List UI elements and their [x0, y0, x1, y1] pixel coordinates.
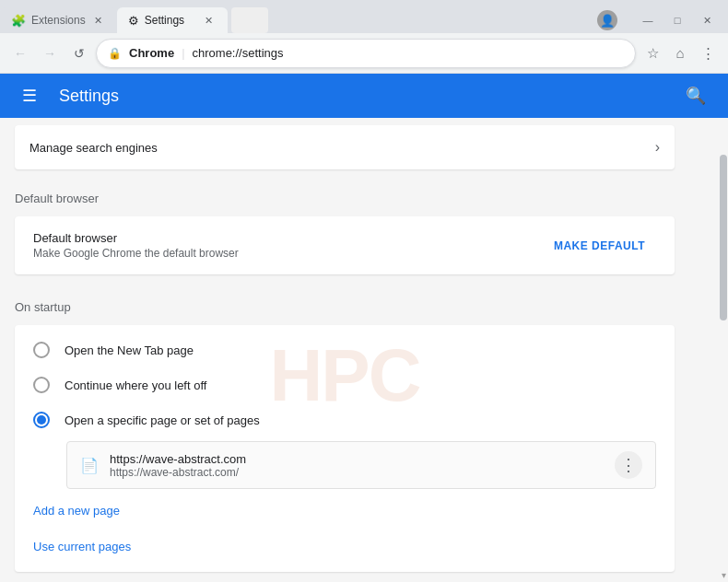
url-bar[interactable]: 🔒 Chrome | chrome://settings: [96, 39, 636, 68]
titlebar: 🧩 Extensions ✕ ⚙ Settings ✕ 👤 — □ ✕: [0, 0, 728, 33]
use-current-pages-link[interactable]: Use current pages: [15, 529, 675, 565]
extensions-tab-icon: 🧩: [11, 14, 26, 28]
manage-search-engines-row[interactable]: Manage search engines ›: [15, 125, 675, 169]
tab-extensions[interactable]: 🧩 Extensions ✕: [0, 7, 117, 33]
startup-continue-label: Continue where you left off: [65, 378, 206, 392]
maximize-button[interactable]: □: [671, 14, 684, 27]
addressbar-right: ☆ ⌂ ⋮: [640, 41, 721, 66]
scrollbar-track[interactable]: ▾: [719, 118, 728, 582]
radio-specific: [33, 412, 50, 428]
close-button[interactable]: ✕: [700, 14, 713, 27]
star-button[interactable]: ☆: [640, 41, 665, 66]
settings-tab-label: Settings: [145, 14, 196, 27]
url-separator: |: [182, 46, 184, 60]
profile-avatar: 👤: [600, 14, 615, 28]
manage-search-engines-arrow: ›: [655, 139, 660, 156]
home-icon: ⌂: [675, 45, 684, 61]
default-browser-subtitle: Make Google Chrome the default browser: [33, 247, 239, 260]
more-icon: ⋮: [701, 45, 715, 62]
page-entry-file-icon: 📄: [80, 457, 99, 474]
startup-card: Open the New Tab page Continue where you…: [15, 325, 675, 572]
scrollbar: ▾: [719, 118, 728, 582]
url-text[interactable]: chrome://settings: [193, 46, 624, 60]
on-startup-heading: On startup: [15, 285, 675, 321]
tabs-area: 🧩 Extensions ✕ ⚙ Settings ✕: [0, 0, 590, 33]
startup-new-tab-label: Open the New Tab page: [65, 343, 194, 357]
radio-continue: [33, 377, 50, 393]
advanced-row[interactable]: Advanced ▾: [15, 576, 675, 582]
default-browser-card: Default browser Make Google Chrome the d…: [15, 216, 675, 274]
window-controls: 👤 — □ ✕: [590, 0, 728, 33]
radio-new-tab: [33, 342, 50, 358]
tab-settings[interactable]: ⚙ Settings ✕: [117, 7, 228, 33]
star-icon: ☆: [647, 45, 659, 62]
page-entry-more-button[interactable]: ⋮: [615, 451, 642, 479]
settings-content: HPC Manage search engines › Default brow…: [0, 125, 689, 582]
page-entry: 📄 https://wave-abstract.com https://wave…: [66, 441, 656, 489]
startup-option-specific[interactable]: Open a specific page or set of pages: [15, 402, 675, 437]
manage-search-engines-label: Manage search engines: [29, 141, 158, 155]
back-icon: ←: [14, 46, 27, 61]
add-new-page-link[interactable]: Add a new page: [15, 493, 675, 529]
page-entry-url1: https://wave-abstract.com: [110, 452, 604, 466]
extensions-tab-label: Extensions: [31, 14, 86, 27]
refresh-icon: ↺: [74, 46, 85, 61]
make-default-button[interactable]: MAKE DEFAULT: [543, 232, 656, 260]
browser-window: 🧩 Extensions ✕ ⚙ Settings ✕ 👤 — □ ✕: [0, 0, 728, 582]
lock-icon: 🔒: [108, 47, 122, 60]
extensions-tab-close[interactable]: ✕: [91, 13, 106, 28]
startup-option-new-tab[interactable]: Open the New Tab page: [15, 332, 675, 367]
chrome-label: Chrome: [129, 46, 174, 60]
settings-title: Settings: [59, 87, 663, 106]
page-entry-more-icon: ⋮: [620, 455, 637, 475]
home-button[interactable]: ⌂: [667, 41, 693, 66]
content-area: HPC Manage search engines › Default brow…: [0, 118, 728, 582]
settings-main: HPC Manage search engines › Default brow…: [0, 118, 719, 582]
default-browser-title: Default browser: [33, 231, 239, 245]
addressbar: ← → ↺ 🔒 Chrome | chrome://settings ☆ ⌂ ⋮: [0, 33, 728, 74]
scrollbar-thumb[interactable]: [720, 155, 727, 320]
new-tab-area: [231, 7, 268, 33]
minimize-button[interactable]: —: [641, 14, 654, 27]
menu-icon[interactable]: ☰: [15, 78, 44, 113]
refresh-button[interactable]: ↺: [66, 41, 92, 66]
more-button[interactable]: ⋮: [695, 41, 721, 66]
page-entry-text: https://wave-abstract.com https://wave-a…: [110, 452, 604, 479]
header-search-icon[interactable]: 🔍: [678, 78, 713, 113]
settings-tab-close[interactable]: ✕: [202, 13, 217, 28]
settings-header: ☰ Settings 🔍: [0, 74, 728, 118]
default-browser-heading: Default browser: [15, 177, 675, 213]
back-button[interactable]: ←: [7, 41, 33, 66]
scrollbar-down-arrow[interactable]: ▾: [719, 567, 728, 582]
forward-icon: →: [43, 46, 56, 61]
default-browser-info: Default browser Make Google Chrome the d…: [33, 231, 239, 260]
startup-option-continue[interactable]: Continue where you left off: [15, 367, 675, 402]
page-entry-url2: https://wave-abstract.com/: [110, 466, 604, 479]
settings-tab-icon: ⚙: [128, 14, 139, 28]
startup-specific-label: Open a specific page or set of pages: [65, 413, 260, 427]
forward-button[interactable]: →: [37, 41, 63, 66]
profile-icon[interactable]: 👤: [597, 10, 617, 30]
